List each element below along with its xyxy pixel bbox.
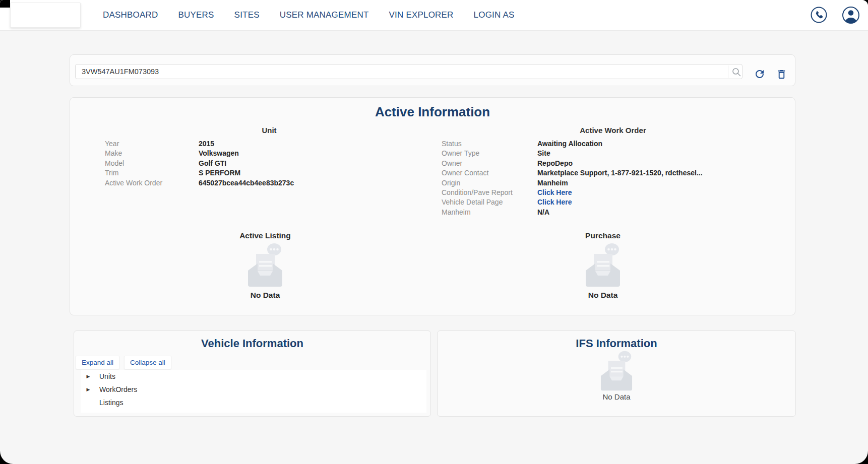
ifs-no-data: No Data [438, 392, 795, 401]
row-label: Active Work Order [105, 178, 199, 188]
row-value: Manheim [537, 178, 568, 188]
tree-item-listings[interactable]: Listings [81, 396, 426, 409]
vehicle-detail-page-link[interactable]: Click Here [537, 197, 572, 207]
table-row: ModelGolf GTI [105, 159, 417, 168]
tree-item-label: WorkOrders [99, 385, 137, 393]
row-value: Marketplace Support, 1-877-921-1520, rdc… [537, 168, 703, 178]
row-label: Vehicle Detail Page [442, 197, 537, 207]
active-information-panel: Active Information Unit Active Work Orde… [70, 97, 795, 315]
row-label: Owner Contact [442, 168, 537, 178]
expand-all-button[interactable]: Expand all [76, 356, 119, 369]
table-row: MakeVolkswagen [105, 149, 417, 158]
table-row: Condition/Pave ReportClick Here [442, 188, 789, 197]
main-nav: DASHBOARD BUYERS SITES USER MANAGEMENT V… [103, 0, 515, 30]
active-listing-no-data: No Data [70, 291, 460, 300]
ifs-information-panel: IFS Information No Data [437, 330, 796, 417]
vehicle-information-panel: Vehicle Information Expand all Collapse … [74, 330, 431, 417]
row-label: Make [105, 149, 199, 158]
inbox-chat-icon [594, 350, 639, 392]
purchase-title: Purchase [421, 231, 784, 240]
work-order-section-title: Active Work Order [442, 126, 784, 135]
row-value: Golf GTI [199, 159, 226, 168]
tree-item-label: Listings [99, 399, 123, 407]
trash-icon[interactable] [775, 68, 787, 80]
vehicle-information-title: Vehicle Information [74, 337, 430, 350]
caret-right-icon[interactable]: ▶ [84, 387, 93, 392]
nav-login-as[interactable]: LOGIN AS [474, 10, 515, 20]
table-row: Year2015 [105, 139, 417, 149]
nav-user-management[interactable]: USER MANAGEMENT [280, 10, 369, 20]
tree-item-workorders[interactable]: ▶ WorkOrders [81, 383, 426, 396]
collapse-all-button[interactable]: Collapse all [124, 356, 171, 369]
purchase-no-data: No Data [421, 291, 784, 300]
active-information-title: Active Information [70, 104, 795, 120]
caret-right-icon[interactable]: ▶ [84, 374, 93, 379]
work-order-rows: StatusAwaiting Allocation Owner TypeSite… [442, 139, 789, 217]
table-row: Active Work Order645027bcea44cb4ee83b273… [105, 178, 417, 188]
row-label: Condition/Pave Report [442, 188, 537, 197]
window-corner-artifact [0, 0, 10, 8]
row-value: RepoDepo [537, 159, 573, 168]
table-row: TrimS PERFORM [105, 168, 417, 178]
tree-item-label: Units [99, 372, 115, 380]
table-row: StatusAwaiting Allocation [442, 139, 789, 149]
inbox-chat-icon [241, 242, 289, 289]
row-label: Manheim [442, 208, 537, 217]
table-row: OwnerRepoDepo [442, 159, 789, 168]
row-value: S PERFORM [199, 168, 240, 178]
row-label: Origin [442, 178, 537, 188]
tree-item-units[interactable]: ▶ Units [81, 370, 426, 383]
phone-icon[interactable] [811, 7, 827, 23]
ifs-empty-state: No Data [438, 350, 795, 401]
unit-section-title: Unit [105, 126, 433, 135]
logo [10, 3, 81, 28]
vin-search-panel [70, 54, 795, 86]
refresh-icon[interactable] [754, 68, 766, 80]
row-value: 645027bcea44cb4ee83b273c [199, 178, 294, 188]
nav-dashboard[interactable]: DASHBOARD [103, 10, 158, 20]
row-value: 2015 [199, 139, 214, 149]
table-row: OriginManheim [442, 178, 789, 188]
nav-sites[interactable]: SITES [234, 10, 260, 20]
row-label: Trim [105, 168, 199, 178]
row-label: Model [105, 159, 199, 168]
inbox-chat-icon [579, 242, 627, 289]
row-value: N/A [537, 208, 549, 217]
top-header: DASHBOARD BUYERS SITES USER MANAGEMENT V… [0, 0, 868, 31]
active-listing-title: Active Listing [70, 231, 460, 240]
account-icon[interactable] [842, 6, 860, 24]
row-label: Year [105, 139, 199, 149]
input-divider [728, 65, 728, 78]
row-value: Volkswagen [199, 149, 239, 158]
row-value: Site [537, 149, 550, 158]
purchase-section: Purchase No Data [421, 231, 784, 300]
table-row: Owner TypeSite [442, 149, 789, 158]
row-label: Owner [442, 159, 537, 168]
table-row: Owner ContactMarketplace Support, 1-877-… [442, 168, 789, 178]
table-row: ManheimN/A [442, 208, 789, 217]
active-listing-section: Active Listing No Data [70, 231, 460, 300]
nav-buyers[interactable]: BUYERS [178, 10, 214, 20]
nav-vin-explorer[interactable]: VIN EXPLORER [389, 10, 454, 20]
vin-search-input[interactable] [75, 64, 742, 79]
unit-rows: Year2015 MakeVolkswagen ModelGolf GTI Tr… [105, 139, 417, 188]
search-icon[interactable] [731, 67, 741, 77]
tree-controls: Expand all Collapse all [76, 356, 171, 369]
vehicle-tree: ▶ Units ▶ WorkOrders Listings [81, 370, 426, 413]
ifs-information-title: IFS Information [438, 337, 795, 350]
row-value: Awaiting Allocation [537, 139, 602, 149]
condition-report-link[interactable]: Click Here [537, 188, 572, 197]
row-label: Status [442, 139, 537, 149]
row-label: Owner Type [442, 149, 537, 158]
app-window: DASHBOARD BUYERS SITES USER MANAGEMENT V… [0, 0, 868, 464]
table-row: Vehicle Detail PageClick Here [442, 197, 789, 207]
